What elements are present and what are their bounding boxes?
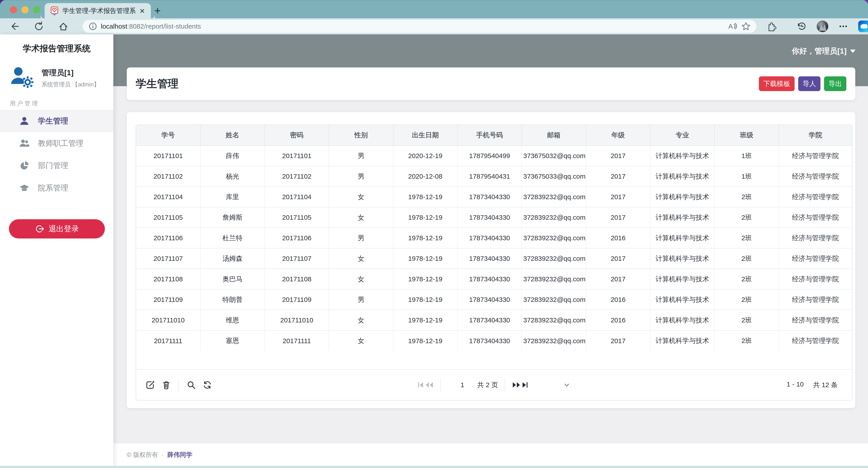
- sidebar-item-departments[interactable]: 部门管理: [0, 154, 113, 177]
- table-row[interactable]: 20171111塞恩20171111女1978-12-1917873404330…: [136, 330, 852, 351]
- last-page-icon[interactable]: [521, 381, 529, 389]
- zoom-window-button[interactable]: [33, 6, 40, 13]
- user-name: 管理员[1]: [41, 68, 99, 78]
- total-pages: 共 2 页: [477, 380, 498, 390]
- department-pie-icon: [19, 160, 29, 171]
- admin-avatar-icon: [9, 66, 35, 90]
- site-info-icon[interactable]: [88, 22, 97, 31]
- toolbar-divider: [179, 379, 179, 391]
- student-icon: [19, 116, 29, 126]
- main-area: 你好，管理员[1] 学生管理 下载模板 导人 导出: [113, 34, 868, 468]
- table-row[interactable]: 20171102杨光20171102男2020-12-0817879540431…: [136, 166, 852, 187]
- table-row[interactable]: 20171108奥巴马20171108女1978-12-191787340433…: [136, 269, 852, 289]
- export-button[interactable]: 导出: [824, 76, 846, 91]
- browser-window: 学生管理-学术报告管理系统 ✕ + localhost:8082/report/…: [0, 0, 868, 468]
- page-header-card: 学生管理 下载模板 导人 导出: [127, 67, 855, 100]
- pager-divider: [505, 379, 505, 391]
- delete-trash-icon[interactable]: [161, 380, 172, 390]
- sidebar-section-label: 用户管理: [10, 99, 39, 108]
- extensions-puzzle-icon[interactable]: [766, 21, 776, 31]
- reload-icon[interactable]: [33, 21, 44, 32]
- col-header: 性别: [329, 125, 393, 146]
- new-tab-button[interactable]: +: [154, 5, 161, 16]
- download-template-button[interactable]: 下载模板: [759, 76, 795, 91]
- user-dropdown[interactable]: 你好，管理员[1]: [792, 46, 856, 56]
- col-header: 专业: [650, 125, 714, 146]
- read-aloud-icon[interactable]: A: [728, 22, 738, 31]
- favorites-star-icon[interactable]: [741, 22, 751, 31]
- col-header: 学号: [136, 125, 200, 146]
- faculty-cap-icon: [19, 183, 29, 193]
- table-row[interactable]: 20171101薛伟20171101男2020-12-1917879540499…: [136, 146, 852, 166]
- svg-text:A: A: [728, 23, 733, 30]
- table-row[interactable]: 20171106杜兰特20171106男1978-12-191787340433…: [136, 228, 852, 248]
- copilot-icon[interactable]: [858, 21, 868, 32]
- user-role: 系统管理员 【admin】: [41, 81, 99, 88]
- tab-title: 学生管理-学术报告管理系统: [62, 6, 135, 16]
- grid-empty-space: [136, 351, 852, 369]
- copyright-text: © 版权所有: [127, 450, 158, 459]
- table-card: 学号 姓名 密码 性别 出生日期 手机号码 邮箱 年级 专业 班级 学院: [127, 112, 855, 408]
- record-range: 1 - 10 共 12 条: [786, 380, 838, 390]
- col-header: 密码: [265, 125, 329, 146]
- close-window-button[interactable]: [10, 6, 17, 13]
- edit-icon[interactable]: [145, 380, 155, 390]
- address-bar[interactable]: localhost:8082/report/list-students A: [83, 20, 756, 33]
- first-page-icon[interactable]: [417, 381, 425, 389]
- app-title: 学术报告管理系统: [0, 43, 113, 54]
- col-header: 邮箱: [522, 125, 586, 146]
- students-grid: 学号 姓名 密码 性别 出生日期 手机号码 邮箱 年级 专业 班级 学院: [136, 125, 852, 401]
- sidebar-item-faculties[interactable]: 院系管理: [0, 177, 113, 199]
- url-text: localhost:8082/report/list-students: [101, 23, 724, 30]
- favicon-icon: [51, 6, 58, 16]
- page-footer: © 版权所有 · 薛伟同学: [113, 443, 868, 466]
- col-header: 年级: [586, 125, 650, 146]
- table-header-row: 学号 姓名 密码 性别 出生日期 手机号码 邮箱 年级 专业 班级 学院: [136, 125, 852, 146]
- page-title: 学生管理: [136, 77, 755, 91]
- col-header: 姓名: [200, 125, 265, 146]
- browser-tabbar: 学生管理-学术报告管理系统 ✕ +: [0, 0, 868, 18]
- search-icon[interactable]: [186, 380, 196, 390]
- profile-avatar[interactable]: [817, 21, 828, 32]
- user-block: 管理员[1] 系统管理员 【admin】: [9, 66, 99, 90]
- col-header: 班级: [714, 125, 779, 146]
- logout-icon: [35, 224, 44, 234]
- prev-page-icon[interactable]: [425, 381, 434, 389]
- sidebar-item-teachers[interactable]: 教师职工管理: [0, 132, 113, 154]
- home-icon[interactable]: [58, 21, 69, 32]
- window-bottom-edge: [0, 466, 868, 468]
- history-icon[interactable]: [796, 21, 807, 32]
- author-link[interactable]: 薛伟同学: [167, 450, 192, 459]
- sidebar-item-students[interactable]: 学生管理: [0, 110, 113, 132]
- teachers-icon: [19, 138, 29, 148]
- more-options-icon[interactable]: [838, 21, 848, 31]
- col-header: 出生日期: [393, 125, 458, 146]
- pager: 1 共 2 页 1 - 10 共 12 条: [136, 369, 852, 400]
- table-row[interactable]: 20171107汤姆森20171107女1978-12-191787340433…: [136, 248, 852, 269]
- col-header: 手机号码: [458, 125, 522, 146]
- col-header: 学院: [779, 125, 852, 146]
- close-tab-icon[interactable]: ✕: [140, 7, 145, 15]
- minimize-window-button[interactable]: [22, 6, 29, 13]
- page-size-select[interactable]: [562, 381, 571, 389]
- back-icon[interactable]: [9, 21, 20, 32]
- current-page[interactable]: 1: [461, 381, 464, 389]
- chevron-down-icon: [850, 50, 856, 53]
- total-items-label: 共 12 条: [813, 380, 838, 390]
- logout-button[interactable]: 退出登录: [9, 219, 105, 238]
- table-row[interactable]: 20171104库里20171104女1978-12-1917873404330…: [136, 187, 852, 207]
- browser-toolbar: localhost:8082/report/list-students A: [0, 18, 868, 34]
- sidebar-menu: 学生管理 教师职工管理 部门管理 院系管理: [0, 110, 113, 199]
- table-row[interactable]: 20171105詹姆斯20171105女1978-12-191787340433…: [136, 207, 852, 228]
- import-button[interactable]: 导人: [798, 76, 820, 91]
- range-label: 1 - 10: [786, 380, 804, 390]
- sidebar: 学术报告管理系统: [0, 34, 113, 468]
- students-table: 学号 姓名 密码 性别 出生日期 手机号码 邮箱 年级 专业 班级 学院: [136, 125, 852, 351]
- table-row[interactable]: 201711010维恩201711010女1978-12-19178734043…: [136, 310, 852, 330]
- next-page-icon[interactable]: [512, 381, 521, 389]
- table-row[interactable]: 20171109特朗普20171109男1978-12-191787340433…: [136, 289, 852, 310]
- pager-divider: [440, 379, 441, 391]
- browser-tab[interactable]: 学生管理-学术报告管理系统 ✕: [44, 3, 151, 19]
- refresh-icon[interactable]: [202, 380, 212, 390]
